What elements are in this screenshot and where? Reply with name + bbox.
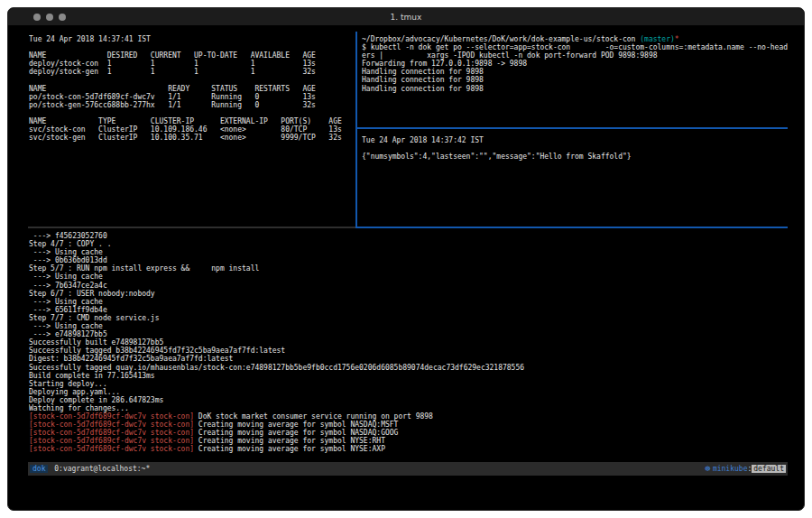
terminal-line: Step 6/7 : USER nobody:nobody	[29, 290, 788, 298]
terminal-line: Forwarding from 127.0.0.1:9898 -> 9898	[362, 60, 788, 68]
status-bar-left: dok 0:vagrant@localhost:~*	[30, 465, 150, 473]
minimize-button[interactable]	[46, 14, 53, 21]
tmux-status-bar: dok 0:vagrant@localhost:~* ☸ minikube : …	[28, 462, 788, 476]
terminal-line: Tue 24 Apr 2018 14:37:41 IST	[29, 35, 355, 43]
terminal-line: Deploying app.yaml...	[29, 388, 788, 396]
pane-border-horizontal-inactive[interactable]	[28, 227, 355, 228]
terminal-line: [stock-con-5d7df689cf-dwc7v stock-con] C…	[29, 429, 788, 437]
terminal-line: Step 4/7 : COPY . .	[29, 240, 788, 248]
terminal-line	[362, 144, 788, 153]
terminal-line: Watching for changes...	[29, 404, 788, 412]
terminal-line: Tue 24 Apr 2018 14:37:42 IST	[362, 136, 788, 144]
terminal-line: $ kubectl -n dok get po --selector=app=s…	[362, 43, 788, 51]
pane-port-forward[interactable]: ~/Dropbox/advocacy/Kubernetes/DoK/work/d…	[362, 35, 788, 127]
terminal-line: Successfully tagged b38b42246945fd7f32c5…	[29, 347, 788, 355]
terminal-line: Handling connection for 9898	[362, 68, 788, 76]
terminal-line	[29, 109, 355, 117]
terminal-line: Handling connection for 9898	[362, 85, 788, 93]
terminal-line: Deploy complete in 286.647823ms	[29, 396, 788, 404]
desktop: 1. tmux Tue 24 Apr 2018 14:37:41 IST NAM…	[0, 0, 812, 518]
zoom-button[interactable]	[59, 14, 66, 21]
terminal-line: ---> Using cache	[29, 273, 788, 281]
tmux-session-name[interactable]: dok	[30, 465, 48, 473]
tmux-window-item[interactable]: 0:vagrant@localhost:~*	[50, 465, 150, 473]
window-title: 1. tmux	[391, 13, 422, 22]
terminal-line: po/stock-con-5d7df689cf-dwc7v 1/1 Runnin…	[29, 93, 355, 101]
status-bar-right: ☸ minikube : default	[705, 465, 786, 473]
tmux-terminal: Tue 24 Apr 2018 14:37:41 IST NAME DESIRE…	[28, 26, 788, 511]
terminal-line: ---> Using cache	[29, 298, 788, 306]
terminal-line: deploy/stock-gen 1 1 1 1 32s	[29, 68, 355, 76]
window-controls	[33, 8, 66, 25]
pane-border-vertical-active[interactable]	[355, 32, 357, 228]
window-titlebar[interactable]: 1. tmux	[8, 8, 804, 26]
terminal-line: Starting deploy...	[29, 380, 788, 388]
terminal-line: Successfully tagged quay.io/mhausenblas/…	[29, 364, 788, 372]
terminal-line: ~/Dropbox/advocacy/Kubernetes/DoK/work/d…	[362, 35, 788, 43]
terminal-line: [stock-con-5d7df689cf-dwc7v stock-con] C…	[29, 421, 788, 429]
terminal-line: svc/stock-gen ClusterIP 10.100.35.71 <no…	[29, 134, 355, 142]
terminal-window: 1. tmux Tue 24 Apr 2018 14:37:41 IST NAM…	[7, 7, 805, 511]
pane-kubectl-watch[interactable]: Tue 24 Apr 2018 14:37:41 IST NAME DESIRE…	[29, 35, 355, 227]
terminal-line: Build complete in 77.165413ms	[29, 372, 788, 380]
terminal-line: Step 7/7 : CMD node service.js	[29, 314, 788, 322]
pane-skaffold-build-log[interactable]: ---> f45623052760Step 4/7 : COPY . . ---…	[29, 232, 788, 459]
terminal-line: Digest: b38b42246945fd7f32c5ba9aea7af7fd…	[29, 355, 788, 363]
terminal-line	[29, 76, 355, 84]
terminal-line: deploy/stock-con 1 1 1 1 13s	[29, 60, 355, 68]
terminal-line: ---> 7b6347ce2a4c	[29, 282, 788, 290]
terminal-line: [stock-con-5d7df689cf-dwc7v stock-con] C…	[29, 445, 788, 453]
terminal-line: NAME READY STATUS RESTARTS AGE	[29, 85, 355, 93]
pane-border-horizontal-active-bottom[interactable]	[355, 227, 788, 228]
terminal-line: [stock-con-5d7df689cf-dwc7v stock-con] C…	[29, 437, 788, 445]
pane-border-horizontal-active-top[interactable]	[357, 127, 788, 129]
terminal-line: ers | xargs -IPOD kubectl -n dok port-fo…	[362, 51, 788, 60]
kubernetes-icon: ☸	[705, 465, 711, 473]
terminal-line: ---> 0b636bd013dd	[29, 256, 788, 264]
terminal-line: Successfully built e74898127bb5	[29, 338, 788, 347]
terminal-line: ---> e74898127bb5	[29, 330, 788, 338]
terminal-line: NAME TYPE CLUSTER-IP EXTERNAL-IP PORT(S)…	[29, 117, 355, 125]
kube-context: minikube	[713, 465, 748, 473]
terminal-line: ---> 65611ff9db4e	[29, 306, 788, 314]
terminal-line: NAME DESIRED CURRENT UP-TO-DATE AVAILABL…	[29, 51, 355, 60]
terminal-line: [stock-con-5d7df689cf-dwc7v stock-con] D…	[29, 412, 788, 421]
terminal-line: ---> f45623052760	[29, 232, 788, 240]
terminal-line: svc/stock-con ClusterIP 10.109.186.46 <n…	[29, 125, 355, 134]
pane-curl-output-active[interactable]: Tue 24 Apr 2018 14:37:42 IST {"numsymbol…	[362, 136, 788, 225]
close-button[interactable]	[33, 14, 41, 21]
terminal-line: ---> Using cache	[29, 322, 788, 330]
kube-namespace: default	[752, 465, 786, 473]
terminal-line: po/stock-gen-576cc688bb-277hx 1/1 Runnin…	[29, 101, 355, 109]
terminal-line: Step 5/7 : RUN npm install express && np…	[29, 264, 788, 273]
terminal-line: ---> Using cache	[29, 248, 788, 256]
terminal-line: Handling connection for 9898	[362, 76, 788, 84]
terminal-line: {"numsymbols":4,"lastseen":"","message":…	[362, 153, 788, 161]
terminal-line	[29, 43, 355, 51]
